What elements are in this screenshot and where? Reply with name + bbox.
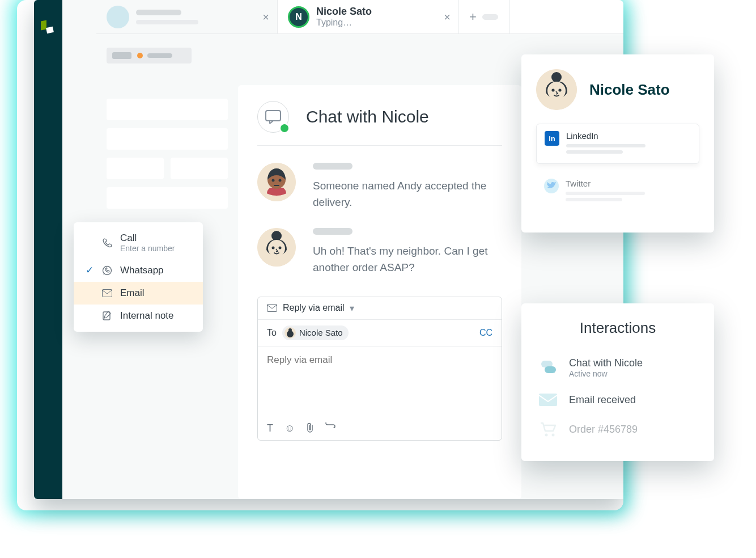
chevron-down-icon: ▾: [350, 303, 354, 314]
sidebar-row[interactable]: [171, 158, 228, 179]
cc-button[interactable]: CC: [479, 328, 492, 338]
svg-point-19: [551, 72, 562, 82]
menu-item-email[interactable]: Email: [74, 282, 203, 305]
phone-icon: [102, 238, 112, 248]
svg-rect-12: [267, 305, 277, 312]
close-icon[interactable]: ×: [444, 11, 451, 23]
profile-name: Nicole Sato: [589, 81, 670, 99]
chat-icon: [257, 101, 289, 133]
avatar: N: [288, 6, 309, 28]
tab-title: Nicole Sato: [316, 6, 372, 18]
reply-textarea[interactable]: [258, 346, 502, 415]
svg-point-14: [287, 331, 294, 337]
svg-point-11: [279, 246, 282, 249]
tab-bar: × N Nicole Sato Typing… × +: [96, 0, 623, 34]
mail-icon: [538, 392, 558, 408]
recipient-chip[interactable]: Nicole Sato: [282, 325, 349, 340]
linkedin-icon: in: [545, 131, 559, 146]
note-icon: [102, 311, 112, 321]
avatar-placeholder: [107, 6, 129, 28]
menu-item-whatsapp[interactable]: ✓ Whatsapp: [74, 259, 203, 282]
reply-mode-selector[interactable]: Reply via email ▾: [258, 297, 502, 320]
svg-rect-1: [46, 27, 54, 33]
conversation-panel: Chat with Nicole Someone named Andy acce…: [238, 85, 521, 499]
message-text: Uh oh! That's my neighbor. Can I get ano…: [313, 243, 502, 276]
menu-item-internal-note[interactable]: Internal note: [74, 305, 203, 327]
message: Someone named Andy accepted the delivery…: [257, 163, 502, 211]
presence-dot-icon: [279, 123, 290, 133]
svg-rect-25: [539, 394, 557, 406]
tab-inactive[interactable]: ×: [96, 0, 278, 33]
profile-card: Nicole Sato in LinkedIn Twitter: [521, 54, 714, 232]
svg-rect-0: [41, 20, 46, 30]
social-label: LinkedIn: [566, 131, 645, 141]
svg-point-5: [272, 179, 275, 182]
svg-point-26: [545, 434, 548, 437]
app-nav-rail: [34, 0, 62, 499]
tab-active[interactable]: N Nicole Sato Typing… ×: [278, 0, 459, 33]
twitter-icon: [544, 179, 559, 193]
menu-label: Whatsapp: [120, 265, 164, 276]
sidebar-row[interactable]: [107, 187, 228, 209]
message: Uh oh! That's my neighbor. Can I get ano…: [257, 228, 502, 276]
svg-point-10: [272, 246, 275, 249]
interaction-title: Order #456789: [569, 424, 638, 436]
interaction-subtitle: Active now: [569, 369, 643, 378]
menu-sublabel: Enter a number: [120, 244, 175, 253]
social-twitter[interactable]: Twitter: [536, 172, 699, 211]
interaction-row[interactable]: Email received: [538, 385, 697, 415]
sidebar-row[interactable]: [107, 158, 164, 179]
menu-label: Internal note: [120, 310, 174, 322]
whatsapp-icon: [102, 265, 112, 276]
link-icon[interactable]: [325, 422, 335, 434]
svg-point-6: [279, 179, 282, 182]
sidebar-row[interactable]: [107, 128, 228, 150]
social-label: Twitter: [566, 179, 645, 188]
social-linkedin[interactable]: in LinkedIn: [536, 124, 699, 164]
check-icon: ✓: [85, 264, 94, 276]
interaction-title: Chat with Nicole: [569, 357, 643, 369]
message-text: Someone named Andy accepted the delivery…: [313, 177, 502, 211]
interaction-title: Email received: [569, 394, 636, 406]
tab-subtitle: Typing…: [316, 18, 372, 28]
svg-point-21: [551, 88, 554, 91]
avatar: [536, 69, 577, 110]
new-tab-button[interactable]: +: [459, 0, 510, 33]
attachment-icon[interactable]: [306, 422, 314, 434]
svg-point-20: [547, 82, 566, 100]
to-row: To Nicole Sato CC: [258, 320, 502, 346]
interaction-row[interactable]: Order #456789: [538, 415, 697, 444]
mail-icon: [267, 304, 277, 312]
menu-label: Email: [120, 288, 145, 299]
plus-icon: +: [469, 10, 477, 24]
chat-bubble-icon: [538, 360, 558, 376]
brand-logo: [40, 19, 56, 35]
composer-toolbar: T ☺: [258, 417, 502, 440]
mail-icon: [102, 289, 112, 297]
svg-rect-24: [545, 366, 556, 373]
svg-rect-2: [266, 111, 281, 121]
svg-point-22: [558, 88, 561, 91]
status-dot-icon: [137, 53, 143, 58]
avatar: [257, 228, 296, 267]
to-label: To: [267, 328, 277, 338]
sidebar-row[interactable]: [107, 99, 228, 120]
composer: Reply via email ▾ To Nicole Sato CC: [257, 297, 502, 441]
avatar: [257, 163, 296, 201]
cart-icon: [538, 421, 558, 437]
conversation-title: Chat with Nicole: [306, 107, 429, 126]
emoji-icon[interactable]: ☺: [284, 422, 295, 434]
interactions-card: Interactions Chat with Nicole Active now…: [521, 303, 714, 461]
interactions-title: Interactions: [538, 319, 697, 337]
svg-rect-16: [103, 290, 112, 297]
interaction-row[interactable]: Chat with Nicole Active now: [538, 350, 697, 385]
status-selector[interactable]: [107, 48, 192, 64]
menu-item-call[interactable]: Call Enter a number: [74, 227, 203, 259]
close-icon[interactable]: ×: [262, 11, 269, 23]
text-format-icon[interactable]: T: [267, 422, 273, 434]
channel-menu: Call Enter a number ✓ Whatsapp Email Int…: [74, 222, 203, 332]
reply-mode-label: Reply via email: [283, 303, 344, 313]
menu-label: Call: [120, 232, 175, 244]
svg-point-27: [552, 434, 555, 437]
